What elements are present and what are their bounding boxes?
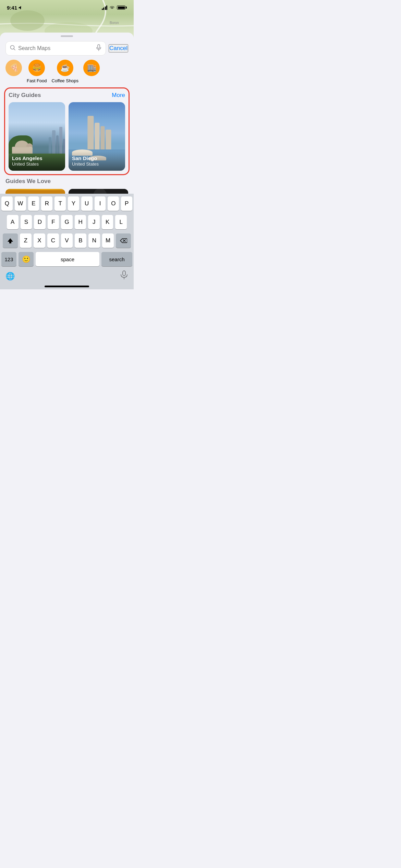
category-icon-next: 🏬: [83, 60, 100, 76]
dictation-icon[interactable]: [120, 270, 128, 282]
svg-line-4: [14, 49, 15, 50]
key-e[interactable]: E: [28, 196, 39, 211]
search-input[interactable]: [18, 45, 93, 51]
category-icon-fastfood: 🍔: [28, 60, 45, 76]
keyboard: Q W E R T Y U I O P A S D F G H J K L Z …: [0, 194, 134, 289]
category-chip-next[interactable]: 🏬: [83, 60, 100, 83]
category-chip-coffee[interactable]: ☕ Coffee Shops: [52, 60, 79, 83]
battery-icon: [117, 5, 127, 10]
key-x[interactable]: X: [34, 233, 45, 248]
delete-key[interactable]: [116, 233, 131, 248]
key-o[interactable]: O: [108, 196, 119, 211]
status-icons: [102, 5, 127, 10]
wifi-icon: [109, 5, 115, 10]
key-d[interactable]: D: [34, 215, 46, 229]
category-row: 🍕 🍔 Fast Food ☕ Coffee Shops 🏬: [0, 60, 134, 87]
key-r[interactable]: R: [41, 196, 52, 211]
search-input-container[interactable]: [5, 41, 106, 56]
status-bar: 9:41: [0, 0, 134, 15]
key-i[interactable]: I: [95, 196, 106, 211]
city-guides-section: City Guides More: [4, 87, 130, 175]
city-country-sd: United States: [72, 161, 122, 167]
key-u[interactable]: U: [81, 196, 93, 211]
city-guides-title: City Guides: [9, 92, 41, 99]
keyboard-row-2: A S D F G H J K L: [0, 212, 134, 231]
globe-icon[interactable]: 🌐: [5, 272, 15, 281]
space-key[interactable]: space: [36, 252, 99, 266]
category-icon-prev: 🍕: [5, 60, 22, 76]
city-card-la-overlay: Los Angeles United States: [9, 151, 65, 171]
time-label: 9:41: [7, 5, 17, 11]
key-c[interactable]: C: [47, 233, 59, 248]
svg-text:Boron: Boron: [110, 21, 119, 25]
key-p[interactable]: P: [121, 196, 132, 211]
svg-rect-22: [123, 271, 125, 276]
city-card-sd-overlay: San Diego United States: [69, 151, 125, 171]
emoji-key[interactable]: 🙂: [19, 252, 34, 266]
city-country-la: United States: [12, 161, 62, 167]
keyboard-row-4: 123 🙂 space search: [0, 249, 134, 268]
key-s[interactable]: S: [21, 215, 32, 229]
key-a[interactable]: A: [7, 215, 19, 229]
city-name-la: Los Angeles: [12, 155, 62, 161]
key-b[interactable]: B: [75, 233, 86, 248]
keyboard-row-1: Q W E R T Y U I O P: [0, 194, 134, 212]
city-guides-header: City Guides More: [9, 92, 125, 99]
guides-we-love-title: Guides We Love: [5, 178, 128, 185]
signal-icon: [102, 5, 108, 10]
category-icon-coffee: ☕: [57, 60, 73, 76]
city-guides-more[interactable]: More: [112, 92, 125, 99]
cancel-button[interactable]: Cancel: [109, 44, 128, 52]
search-icon: [10, 45, 15, 52]
search-bar: Cancel: [5, 41, 128, 56]
home-indicator: [45, 286, 89, 287]
key-l[interactable]: L: [115, 215, 127, 229]
status-time: 9:41: [7, 5, 22, 11]
city-card-sd[interactable]: San Diego United States: [69, 102, 125, 171]
key-t[interactable]: T: [54, 196, 66, 211]
shift-key[interactable]: [3, 233, 18, 248]
key-j[interactable]: J: [88, 215, 100, 229]
category-chip-fastfood[interactable]: 🍔 Fast Food: [27, 60, 47, 83]
city-guides-cards: Los Angeles United States: [9, 102, 125, 171]
key-h[interactable]: H: [75, 215, 86, 229]
key-w[interactable]: W: [15, 196, 26, 211]
key-z[interactable]: Z: [20, 233, 32, 248]
key-n[interactable]: N: [88, 233, 100, 248]
key-v[interactable]: V: [61, 233, 73, 248]
location-arrow-icon: [19, 6, 22, 9]
category-label-fastfood: Fast Food: [27, 78, 47, 83]
category-chip-prev[interactable]: 🍕: [5, 60, 22, 83]
search-key[interactable]: search: [101, 252, 132, 266]
keyboard-bottom: 🌐: [0, 268, 134, 286]
key-m[interactable]: M: [102, 233, 114, 248]
key-y[interactable]: Y: [68, 196, 79, 211]
sheet-handle: [61, 35, 73, 37]
category-label-coffee: Coffee Shops: [52, 78, 79, 83]
city-card-la[interactable]: Los Angeles United States: [9, 102, 65, 171]
key-q[interactable]: Q: [1, 196, 13, 211]
key-f[interactable]: F: [48, 215, 59, 229]
key-g[interactable]: G: [61, 215, 73, 229]
keyboard-row-3: Z X C V B N M: [0, 231, 134, 249]
mic-icon[interactable]: [96, 44, 101, 52]
key-k[interactable]: K: [102, 215, 113, 229]
city-name-sd: San Diego: [72, 155, 122, 161]
svg-rect-5: [98, 45, 100, 48]
number-key[interactable]: 123: [1, 252, 16, 266]
